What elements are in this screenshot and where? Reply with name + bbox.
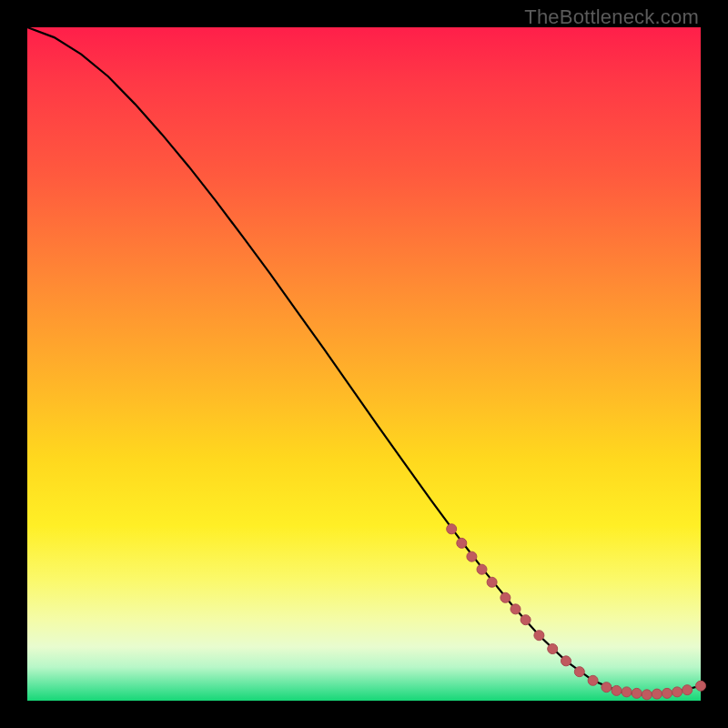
marker-group bbox=[447, 524, 706, 700]
data-marker bbox=[612, 685, 622, 695]
data-marker bbox=[534, 631, 544, 641]
data-marker bbox=[652, 689, 662, 699]
data-marker bbox=[602, 682, 612, 693]
data-marker bbox=[696, 681, 706, 691]
watermark-text: TheBottleneck.com bbox=[524, 5, 699, 29]
data-marker bbox=[682, 685, 693, 695]
data-marker bbox=[447, 524, 457, 534]
data-marker bbox=[500, 592, 511, 602]
curve-line bbox=[27, 27, 701, 694]
data-marker bbox=[622, 687, 632, 697]
data-marker bbox=[467, 551, 477, 561]
data-marker bbox=[487, 577, 497, 587]
chart-svg bbox=[27, 27, 701, 701]
chart-stage: TheBottleneck.com bbox=[0, 0, 728, 728]
data-marker bbox=[662, 688, 672, 698]
data-marker bbox=[574, 667, 584, 677]
data-marker bbox=[632, 688, 642, 698]
data-marker bbox=[511, 604, 521, 614]
data-marker bbox=[477, 564, 487, 574]
plot-area bbox=[27, 27, 701, 701]
data-marker bbox=[457, 538, 467, 548]
data-marker bbox=[588, 675, 598, 685]
data-marker bbox=[642, 690, 652, 700]
data-marker bbox=[672, 687, 682, 697]
data-marker bbox=[548, 644, 558, 654]
data-marker bbox=[561, 656, 571, 666]
data-marker bbox=[521, 615, 531, 625]
